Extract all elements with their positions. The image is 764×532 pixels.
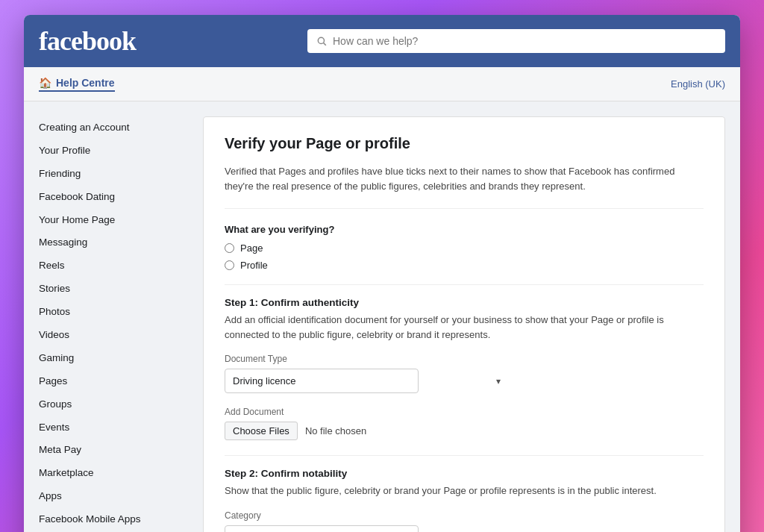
sidebar-item-apps[interactable]: Apps — [39, 485, 188, 508]
main-content: Creating an Account Your Profile Friendi… — [24, 101, 740, 532]
doc-type-wrapper: Driving licence Passport National ID Bus… — [225, 369, 704, 393]
help-bar: 🏠 Help Centre English (UK) — [24, 67, 740, 101]
step1-heading: Step 1: Confirm authenticity — [225, 297, 704, 308]
sidebar-item-gaming[interactable]: Gaming — [39, 347, 188, 370]
category-label: Category — [225, 510, 704, 521]
radio-profile[interactable] — [225, 260, 234, 270]
sidebar-item-your-profile[interactable]: Your Profile — [39, 140, 188, 163]
radio-profile-label[interactable]: Profile — [225, 260, 704, 271]
step2-heading: Step 2: Confirm notability — [225, 468, 704, 479]
verifying-label: What are you verifying? — [225, 224, 704, 235]
radio-page-text: Page — [240, 242, 263, 254]
sidebar: Creating an Account Your Profile Friendi… — [39, 116, 188, 532]
divider-2 — [225, 455, 704, 456]
radio-page-label[interactable]: Page — [225, 242, 704, 254]
search-input[interactable] — [333, 35, 716, 47]
sidebar-item-marketplace[interactable]: Marketplace — [39, 462, 188, 485]
step1-desc: Add an official identification document … — [225, 313, 704, 342]
search-container — [307, 29, 725, 53]
sidebar-item-events[interactable]: Events — [39, 416, 188, 439]
category-select[interactable]: News/Media Sports Music Entertainment Bu… — [225, 525, 419, 533]
sidebar-item-groups[interactable]: Groups — [39, 393, 188, 416]
sidebar-item-meta-pay[interactable]: Meta Pay — [39, 439, 188, 462]
svg-line-1 — [324, 43, 326, 46]
sidebar-item-facebook-dating[interactable]: Facebook Dating — [39, 186, 188, 209]
search-box — [307, 29, 725, 53]
add-doc-label: Add document — [225, 407, 704, 417]
doc-type-label: Document type — [225, 354, 704, 364]
radio-page[interactable] — [225, 243, 234, 253]
fb-logo: facebook — [39, 25, 136, 57]
intro-text: Verified that Pages and profiles have bl… — [225, 164, 704, 209]
file-upload-row: Choose Files No file chosen — [225, 422, 704, 440]
sidebar-item-facebook-mobile-apps[interactable]: Facebook Mobile Apps — [39, 508, 188, 531]
language-link[interactable]: English (UK) — [671, 78, 725, 90]
divider-1 — [225, 284, 704, 285]
help-centre-label: Help Centre — [56, 77, 115, 89]
browser-window: facebook 🏠 Help Centre English (UK) Crea… — [24, 15, 740, 532]
sidebar-item-messaging[interactable]: Messaging — [39, 231, 188, 254]
sidebar-item-reels[interactable]: Reels — [39, 254, 188, 278]
doc-type-select[interactable]: Driving licence Passport National ID Bus… — [225, 369, 419, 393]
add-doc-section: Add document Choose Files No file chosen — [225, 407, 704, 440]
help-icon: 🏠 — [39, 77, 51, 89]
radio-group: Page Profile — [225, 242, 704, 271]
category-select-wrapper: News/Media Sports Music Entertainment Bu… — [225, 525, 704, 533]
sidebar-item-friending[interactable]: Friending — [39, 163, 188, 186]
radio-profile-text: Profile — [240, 260, 268, 271]
no-file-text: No file chosen — [305, 425, 366, 436]
sidebar-item-videos[interactable]: Videos — [39, 324, 188, 347]
sidebar-item-creating-account[interactable]: Creating an Account — [39, 116, 188, 140]
sidebar-item-pages[interactable]: Pages — [39, 370, 188, 393]
choose-files-button[interactable]: Choose Files — [225, 422, 298, 440]
step2-desc: Show that the public figure, celebrity o… — [225, 484, 704, 498]
fb-header: facebook — [24, 15, 740, 67]
search-icon — [316, 36, 327, 46]
svg-point-0 — [318, 37, 324, 43]
main-panel: Verify your Page or profile Verified tha… — [203, 116, 725, 532]
page-title: Verify your Page or profile — [225, 135, 704, 152]
help-centre-link[interactable]: 🏠 Help Centre — [39, 77, 115, 92]
sidebar-item-photos[interactable]: Photos — [39, 301, 188, 324]
sidebar-item-your-home-page[interactable]: Your Home Page — [39, 209, 188, 232]
sidebar-item-stories[interactable]: Stories — [39, 278, 188, 301]
